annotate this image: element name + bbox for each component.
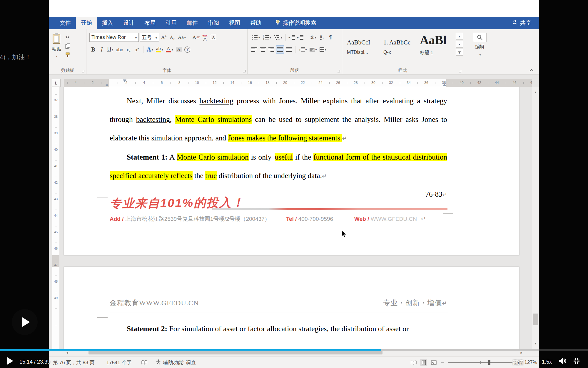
- tab-stop-selector[interactable]: L: [52, 79, 61, 87]
- read-mode-button[interactable]: [410, 359, 417, 366]
- align-center-button[interactable]: [259, 45, 267, 54]
- numbering-button[interactable]: [262, 33, 272, 42]
- web-layout-button[interactable]: [430, 359, 437, 366]
- accessibility-status[interactable]: 辅助功能: 调查: [156, 359, 196, 366]
- styles-gallery-up-button[interactable]: ▴: [456, 33, 463, 40]
- video-progress-bar[interactable]: [0, 349, 588, 351]
- decrease-indent-button[interactable]: [288, 33, 296, 42]
- text-run: distribution of the underlying data.: [217, 171, 322, 180]
- styles-gallery: AaBbCcIMTDispl...1. AaBbCcQ-xAaBl标题 1: [345, 33, 453, 57]
- word-count[interactable]: 17541 个字: [106, 359, 132, 366]
- align-center-icon: [260, 47, 266, 52]
- scroll-up-button[interactable]: [532, 89, 539, 95]
- clipboard-dialog-launcher[interactable]: [82, 70, 84, 72]
- font-size-select[interactable]: 五号: [140, 33, 159, 42]
- ribbon-tab-布局[interactable]: 布局: [139, 17, 161, 29]
- document-page-1[interactable]: Next, Miller discusses backtesting proce…: [64, 87, 519, 255]
- align-right-button[interactable]: [268, 45, 275, 54]
- italic-button[interactable]: I: [98, 45, 106, 54]
- document-page-2[interactable]: 金程教育WWW.GFEDU.CN 专业・创新・增值↵ Statement 2: …: [64, 267, 519, 349]
- page-indicator[interactable]: 第 76 页，共 83 页: [53, 359, 95, 366]
- style-item-MTDispl...[interactable]: AaBbCcIMTDispl...: [345, 33, 380, 57]
- ribbon-tab-引用[interactable]: 引用: [161, 17, 182, 29]
- character-shading-button[interactable]: A: [175, 45, 183, 54]
- vertical-scrollbar[interactable]: [532, 87, 539, 349]
- change-case-button[interactable]: Aa: [177, 33, 187, 42]
- ruler-tick: [223, 82, 224, 84]
- horizontal-ruler[interactable]: 4224681012141618202224262830323436384042…: [64, 79, 532, 87]
- paste-button[interactable]: 粘贴: [52, 33, 61, 58]
- zoom-percentage[interactable]: 127%: [524, 359, 537, 365]
- enclose-characters-button[interactable]: 字: [183, 45, 191, 54]
- font-name-select[interactable]: Times New Ror: [89, 33, 139, 42]
- cut-button[interactable]: [64, 34, 71, 40]
- subscript-button[interactable]: x₂: [125, 45, 132, 54]
- find-button[interactable]: [473, 33, 487, 42]
- superscript-button[interactable]: x²: [133, 45, 141, 54]
- video-quality-button[interactable]: 高清: [513, 359, 523, 366]
- big-play-overlay-button[interactable]: [12, 309, 38, 335]
- ribbon-tab-开始[interactable]: 开始: [76, 17, 97, 29]
- character-border-button[interactable]: A: [210, 33, 217, 42]
- format-painter-button[interactable]: [64, 52, 71, 58]
- text-run: Monte Carlo simulation: [177, 153, 249, 161]
- ribbon-tab-帮助[interactable]: 帮助: [245, 17, 266, 29]
- horizontal-scroll-thumb[interactable]: [88, 351, 382, 354]
- ribbon-tab-插入[interactable]: 插入: [97, 17, 118, 29]
- style-item-Q-x[interactable]: 1. AaBbCcQ-x: [382, 33, 417, 57]
- proofing-status-icon[interactable]: [141, 360, 148, 365]
- multilevel-list-button[interactable]: [273, 33, 283, 42]
- video-speed-button[interactable]: 1.5x: [542, 359, 552, 365]
- shrink-font-button[interactable]: A▾: [168, 33, 176, 42]
- zoom-slider[interactable]: [448, 362, 512, 363]
- asian-layout-button[interactable]: 文: [309, 33, 317, 42]
- clear-formatting-button[interactable]: A: [192, 33, 200, 42]
- shading-button[interactable]: [309, 45, 318, 54]
- ribbon-tab-文件[interactable]: 文件: [55, 17, 76, 29]
- justify-button[interactable]: [276, 45, 284, 54]
- text-highlight-button[interactable]: ab: [155, 45, 164, 54]
- tell-me-search[interactable]: 操作说明搜索: [275, 17, 316, 29]
- scroll-down-button[interactable]: [532, 340, 539, 347]
- vertical-scroll-thumb[interactable]: [533, 314, 538, 325]
- distribute-button[interactable]: [285, 45, 293, 54]
- sort-button[interactable]: AZ↓: [318, 33, 326, 42]
- fullscreen-exit-button[interactable]: [573, 357, 580, 366]
- zoom-slider-thumb[interactable]: [488, 360, 490, 365]
- bullets-button[interactable]: [250, 33, 261, 42]
- decrease-indent-icon: [289, 35, 295, 40]
- left-indent-marker[interactable]: [105, 84, 109, 86]
- style-item-标题 1[interactable]: AaBl标题 1: [418, 33, 453, 57]
- show-paragraph-marks-button[interactable]: ¶: [327, 33, 334, 42]
- ribbon-tab-邮件[interactable]: 邮件: [182, 17, 203, 29]
- share-button[interactable]: 共享: [512, 17, 531, 29]
- volume-button[interactable]: [558, 357, 567, 366]
- zoom-out-button[interactable]: −: [440, 359, 445, 366]
- ribbon-tab-设计[interactable]: 设计: [118, 17, 139, 29]
- styles-dialog-launcher[interactable]: [459, 70, 461, 72]
- vertical-ruler[interactable]: 37383940414243444546474849: [52, 87, 59, 349]
- document-viewport[interactable]: Next, Miller discusses backtesting proce…: [49, 87, 532, 349]
- paragraph-dialog-launcher[interactable]: [338, 70, 340, 72]
- ribbon-tab-审阅[interactable]: 审阅: [203, 17, 224, 29]
- increase-indent-button[interactable]: [297, 33, 304, 42]
- borders-button[interactable]: [319, 45, 327, 54]
- copy-button[interactable]: [64, 43, 71, 49]
- underline-button[interactable]: U: [106, 45, 114, 54]
- ribbon-tab-视图[interactable]: 视图: [224, 17, 245, 29]
- align-left-button[interactable]: [250, 45, 258, 54]
- grow-font-button[interactable]: A▴: [160, 33, 168, 42]
- text-effects-button[interactable]: A: [146, 45, 154, 54]
- styles-gallery-down-button[interactable]: ▾: [456, 41, 463, 48]
- print-layout-button[interactable]: [420, 359, 427, 366]
- styles-gallery-more-button[interactable]: [456, 49, 463, 56]
- line-spacing-button[interactable]: ↕: [298, 45, 308, 54]
- video-play-button[interactable]: [7, 357, 15, 365]
- collapse-ribbon-button[interactable]: [529, 68, 534, 72]
- font-color-button[interactable]: A: [165, 45, 174, 54]
- font-dialog-launcher[interactable]: [243, 70, 245, 72]
- phonetic-guide-button[interactable]: wén文: [201, 33, 209, 42]
- ruler-number: 39: [52, 131, 59, 135]
- strikethrough-button[interactable]: abc: [115, 45, 124, 54]
- bold-button[interactable]: B: [89, 45, 97, 54]
